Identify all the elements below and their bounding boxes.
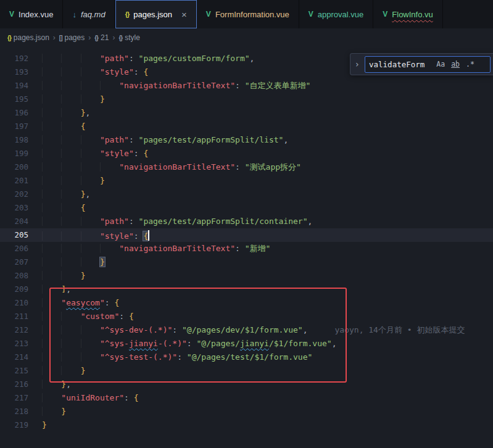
code-token: , (66, 380, 71, 389)
line-number: 192 (0, 52, 28, 65)
code-line-208[interactable]: 208 } (0, 269, 493, 283)
code-token: : (134, 67, 144, 77)
code-token: } (42, 420, 47, 429)
breadcrumb-item-style[interactable]: {}style (118, 33, 139, 42)
code-line-212[interactable]: 212 "^sys-dev-(.*)": "@/pages/dev/$1/for… (0, 323, 493, 337)
code-line-214[interactable]: 214 "^sys-test-(.*)": "@/pages/test/$1/f… (0, 351, 493, 364)
tab-forminformation-vue[interactable]: VFormInformation.vue (197, 0, 299, 28)
code-token: " (61, 298, 66, 307)
inline-blame-annotation: yaoyn, 14个月前 • 初始版本提交 (335, 325, 465, 334)
indent-guide (61, 203, 80, 212)
code-token: "navigationBarTitleText" (119, 162, 235, 172)
markdown-icon: ↓ (72, 10, 77, 19)
code-token: "^sys-test-(.*)" (100, 352, 177, 362)
indent-guide (61, 312, 80, 321)
code-token: -(.*)" (158, 339, 187, 348)
indent-guide (81, 325, 100, 334)
code-line-199[interactable]: 199 "style": { (0, 147, 493, 160)
code-token: "custom" (81, 312, 120, 321)
code-line-195[interactable]: 195 } (0, 93, 493, 106)
code-line-207[interactable]: 207 } (0, 255, 493, 269)
code-line-211[interactable]: 211 "custom": { (0, 310, 493, 323)
whole-word-icon[interactable]: ab (449, 59, 462, 70)
code-line-209[interactable]: 209 ], (0, 283, 493, 296)
code-line-205[interactable]: 205 "style": { (0, 228, 493, 242)
indent-guide (61, 122, 80, 131)
tab-approval-vue[interactable]: Vapproval.vue (299, 0, 373, 28)
code-token: "navigationBarTitleText" (119, 244, 235, 253)
code-line-219[interactable]: 219} (0, 418, 493, 432)
indent-guide (100, 162, 119, 172)
code-token: "style" (100, 149, 134, 158)
line-number: 218 (0, 405, 28, 418)
indent-guide (61, 94, 80, 104)
code-line-213[interactable]: 213 "^sys-jianyi-(.*)": "@/pages/jianyi/… (0, 337, 493, 351)
code-line-196[interactable]: 196 }, (0, 106, 493, 120)
code-line-197[interactable]: 197 { (0, 120, 493, 133)
code-line-194[interactable]: 194 "navigationBarTitleText": "自定义表单新增" (0, 79, 493, 93)
close-icon[interactable]: × (181, 10, 187, 19)
breadcrumb-item-21[interactable]: {}21 (94, 33, 109, 42)
indent-guide (81, 257, 100, 267)
code-line-218[interactable]: 218 } (0, 405, 493, 418)
code-token: } (61, 407, 66, 416)
code-token: { (134, 393, 139, 402)
code-line-200[interactable]: 200 "navigationBarTitleText": "测试app拆分" (0, 160, 493, 174)
indent-guide (42, 176, 61, 185)
code-line-204[interactable]: 204 "path": "pages/test/appFormSplit/con… (0, 215, 493, 228)
code-line-198[interactable]: 198 "path": "pages/test/appFormSplit/lis… (0, 133, 493, 147)
tab-faq-md[interactable]: ↓faq.md (63, 0, 115, 28)
indent-guide (42, 54, 61, 63)
match-case-icon[interactable]: Aa (434, 59, 447, 70)
find-input[interactable]: validateForm Aa ab .* (365, 56, 491, 73)
line-number: 208 (0, 269, 28, 283)
tab-label: FormInformation.vue (215, 10, 289, 19)
line-number: 219 (0, 418, 28, 432)
tab-pages-json[interactable]: {}pages.json× (115, 0, 197, 28)
line-number: 213 (0, 337, 28, 351)
indent-guide (61, 149, 80, 158)
line-code: } (42, 364, 85, 378)
code-token: : (235, 81, 245, 90)
tab-label: pages.json (133, 10, 172, 19)
breadcrumb-item-pages[interactable]: []pages (59, 33, 85, 42)
code-line-215[interactable]: 215 } (0, 364, 493, 378)
line-code: }, (42, 106, 90, 120)
line-number: 194 (0, 79, 28, 93)
indent-guide (42, 325, 61, 334)
breadcrumb-item-pages-json[interactable]: {}pages.json (7, 33, 49, 42)
indent-guide (81, 149, 100, 158)
code-line-201[interactable]: 201 } (0, 174, 493, 188)
indent-guide (42, 339, 61, 348)
code-line-206[interactable]: 206 "navigationBarTitleText": "新增" (0, 242, 493, 255)
line-number: 210 (0, 296, 28, 310)
tab-flowinfo-vu[interactable]: VFlowInfo.vu (373, 0, 443, 28)
indent-guide (100, 244, 119, 253)
code-line-210[interactable]: 210 "easycom": { (0, 296, 493, 310)
line-code: "^sys-test-(.*)": "@/pages/test/$1/form.… (42, 351, 312, 364)
indent-guide (81, 54, 100, 63)
tab-index-vue[interactable]: VIndex.vue (0, 0, 63, 28)
code-line-202[interactable]: 202 }, (0, 188, 493, 201)
line-code: "custom": { (42, 310, 134, 323)
indent-guide (81, 231, 100, 241)
code-token: "pages/test/appFormSplit/list" (139, 135, 284, 144)
indent-guide (61, 162, 80, 172)
regex-icon[interactable]: .* (464, 59, 476, 70)
code-line-203[interactable]: 203 { (0, 201, 493, 215)
line-code: "^sys-jianyi-(.*)": "@/pages/jianyi/$1/f… (42, 337, 337, 351)
json-icon: {} (125, 11, 130, 18)
indent-guide (42, 203, 61, 212)
toggle-replace-icon[interactable]: › (353, 59, 362, 69)
code-token: "style" (100, 67, 134, 77)
line-number: 195 (0, 93, 28, 106)
code-line-216[interactable]: 216 }, (0, 378, 493, 391)
code-token: , (332, 339, 337, 348)
indent-guide (100, 81, 119, 90)
breadcrumb-separator: › (112, 33, 115, 42)
code-token: "测试app拆分" (245, 162, 301, 172)
code-line-217[interactable]: 217 "uniIdRouter": { (0, 391, 493, 405)
code-token: : (119, 312, 129, 321)
indent-guide (42, 271, 61, 280)
code-token: { (81, 203, 86, 212)
